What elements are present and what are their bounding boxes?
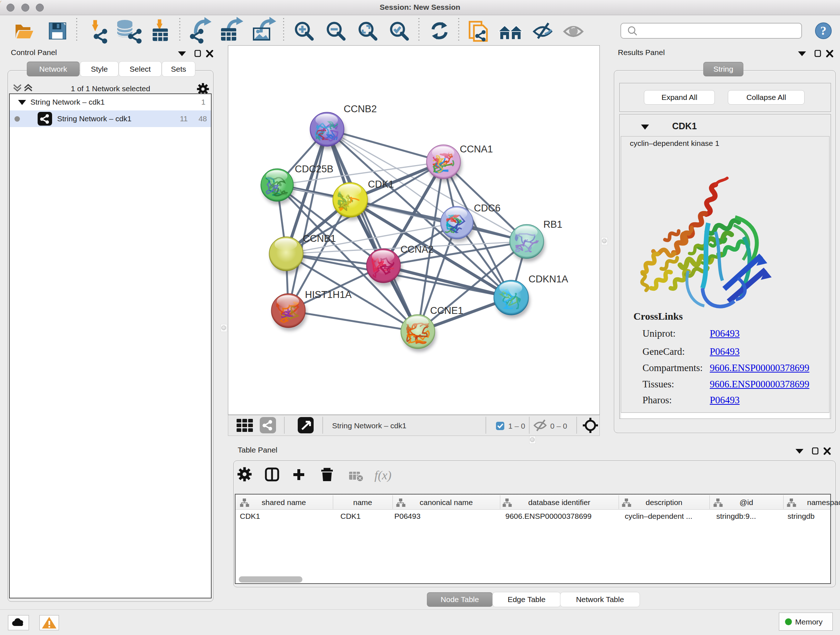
svg-text:CDK1: CDK1 (368, 179, 394, 190)
svg-text:?: ? (821, 24, 827, 37)
svg-text:0 – 0: 0 – 0 (550, 422, 567, 430)
svg-text:CCNE1: CCNE1 (430, 305, 463, 316)
svg-text:CDKN1A: CDKN1A (529, 274, 568, 285)
svg-text:CCNA1: CCNA1 (460, 144, 493, 155)
svg-text:1 – 0: 1 – 0 (508, 422, 525, 430)
svg-text:f(x): f(x) (374, 469, 392, 482)
svg-text:CCNB2: CCNB2 (344, 103, 377, 114)
svg-text:CDC25B: CDC25B (295, 164, 333, 174)
svg-text:HIST1H1A: HIST1H1A (305, 289, 352, 300)
svg-text:String Network – cdk1: String Network – cdk1 (332, 421, 406, 430)
svg-text:CCNA2: CCNA2 (401, 244, 434, 255)
svg-text:CDC6: CDC6 (474, 203, 501, 214)
svg-text:RB1: RB1 (543, 219, 562, 230)
svg-text:CCNB1: CCNB1 (303, 233, 336, 244)
